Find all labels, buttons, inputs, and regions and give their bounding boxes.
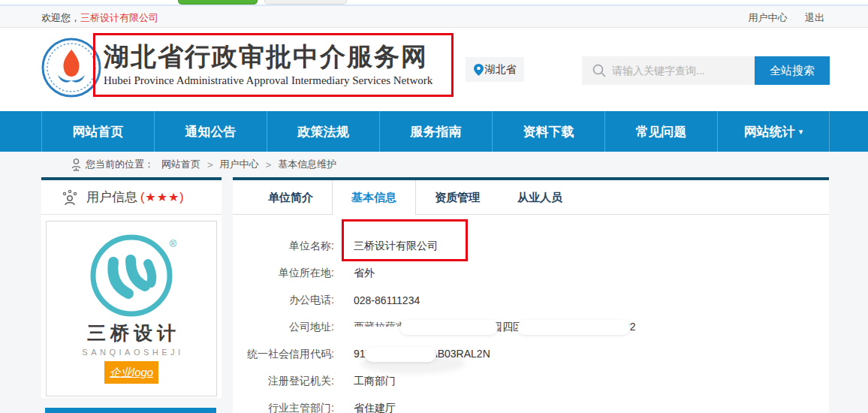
- search-input[interactable]: [612, 65, 743, 77]
- sidebar-title: 用户信息: [86, 188, 137, 206]
- company-logo-name: 三桥设计: [51, 321, 216, 345]
- top-utility-bar: 欢迎您，三桥设计有限公司 用户中心 退出: [0, 6, 868, 28]
- field-label: 单位所在地:: [233, 267, 334, 280]
- tab-bar: 单位简介 基本信息 资质管理 从业人员: [233, 180, 829, 215]
- nav-item-home[interactable]: 网站首页: [41, 111, 154, 152]
- field-value-credit-code-redacted: 915AB03RAL2N: [354, 347, 490, 362]
- field-label: 注册登记机关:: [233, 375, 334, 388]
- tab-qualification[interactable]: 资质管理: [416, 180, 499, 215]
- breadcrumb-separator: >: [207, 159, 213, 170]
- nav-item-faq[interactable]: 常见问题: [604, 111, 717, 152]
- search-box: [582, 56, 755, 85]
- redaction-smudge: [365, 347, 436, 362]
- redaction-smudge: [517, 320, 630, 335]
- sidebar-bottom-bar: [45, 408, 216, 413]
- field-label: 单位名称:: [233, 240, 334, 253]
- nav-item-site-stats[interactable]: 网站统计▾: [717, 111, 830, 152]
- person-pin-icon: [71, 158, 81, 171]
- form-row-address: 公司地址: 西藏拉萨市园四区02: [233, 314, 829, 341]
- site-header: 湖北省行政审批中介服务网 Hubei Province Administrati…: [0, 28, 868, 111]
- field-label: 办公电话:: [233, 294, 334, 307]
- tab-personnel[interactable]: 从业人员: [499, 180, 581, 215]
- nav-item-policies[interactable]: 政策法规: [267, 111, 379, 152]
- breadcrumb-current: 基本信息维护: [278, 158, 336, 171]
- search-icon: [592, 64, 606, 77]
- form-row-credit-code: 统一社会信用代码: 915AB03RAL2N: [233, 341, 829, 368]
- form-row-registration-authority: 注册登记机关: 工商部门: [233, 368, 829, 395]
- field-value-supervising-department: 省住建厅: [354, 402, 396, 413]
- site-title: 湖北省行政审批中介服务网: [104, 40, 432, 73]
- location-selector[interactable]: 湖北省: [466, 57, 524, 82]
- enterprise-logo-link[interactable]: 企业logo: [104, 361, 158, 384]
- nav-item-service-guide[interactable]: 服务指南: [379, 111, 492, 152]
- browser-gray-button[interactable]: [264, 0, 347, 5]
- field-label: 公司地址:: [233, 321, 334, 334]
- user-center-link[interactable]: 用户中心: [748, 12, 787, 23]
- company-logo-latin: SANQIAOSHEJI: [50, 348, 216, 357]
- site-title-block: 湖北省行政审批中介服务网 Hubei Province Administrati…: [104, 40, 432, 87]
- logout-link[interactable]: 退出: [805, 12, 824, 23]
- main-content-panel: 单位简介 基本信息 资质管理 从业人员 单位名称: 三桥设计有限公司 单位所在地…: [233, 177, 829, 413]
- browser-remnant-strip: [0, 0, 868, 6]
- field-value-address-redacted: 西藏拉萨市园四区02: [354, 320, 636, 335]
- company-logo-box: ® 三桥设计 SANQIAOSHEJI 企业logo: [46, 221, 217, 396]
- form-row-location: 单位所在地: 省外: [233, 260, 829, 287]
- form-row-phone: 办公电话: 028-86111234: [233, 287, 829, 314]
- basic-info-form: 单位名称: 三桥设计有限公司 单位所在地: 省外 办公电话: 028-86111…: [233, 215, 829, 413]
- redaction-smudge: [400, 320, 498, 335]
- field-value-unit-name: 三桥设计有限公司: [354, 240, 438, 253]
- company-logo-image: ®: [88, 232, 175, 319]
- credit-code-fragment: AB03RAL2N: [430, 348, 490, 360]
- nav-item-notices[interactable]: 通知公告: [154, 111, 267, 152]
- user-rating-icon: [61, 188, 79, 206]
- search-button[interactable]: 全站搜索: [755, 56, 830, 85]
- breadcrumb-home[interactable]: 网站首页: [161, 158, 200, 171]
- breadcrumb: 您当前的位置： 网站首页 > 用户中心 > 基本信息维护: [0, 152, 868, 177]
- location-label: 湖北省: [485, 63, 517, 77]
- field-value-phone: 028-86111234: [354, 294, 420, 306]
- site-logo-icon: [41, 38, 101, 98]
- sidebar-header: 用户信息 (★★★): [41, 180, 222, 215]
- field-value-registration-authority: 工商部门: [354, 375, 396, 388]
- location-pin-icon: [474, 64, 484, 76]
- star-rating: (★★★): [140, 190, 185, 204]
- welcome-prefix: 欢迎您，: [41, 12, 80, 23]
- browser-green-button[interactable]: [178, 0, 258, 5]
- user-info-sidebar: 用户信息 (★★★) ® 三桥设计 SANQIAOSHEJI 企业logo: [41, 177, 222, 398]
- form-row-supervising-department: 行业主管部门: 省住建厅: [233, 395, 829, 413]
- form-row-unit-name: 单位名称: 三桥设计有限公司: [233, 233, 829, 260]
- field-label: 行业主管部门:: [233, 402, 334, 413]
- registered-trademark: ®: [169, 238, 176, 249]
- site-subtitle: Hubei Province Administrative Approval I…: [104, 74, 432, 87]
- nav-item-downloads[interactable]: 资料下载: [492, 111, 604, 152]
- welcome-text: 欢迎您，三桥设计有限公司: [41, 11, 158, 25]
- breadcrumb-prefix: 您当前的位置：: [86, 158, 154, 171]
- topbar-links: 用户中心 退出: [733, 11, 824, 25]
- tab-unit-profile[interactable]: 单位简介: [249, 180, 332, 215]
- tab-basic-info[interactable]: 基本信息: [332, 180, 416, 215]
- field-label: 统一社会信用代码:: [233, 348, 334, 361]
- company-name-link[interactable]: 三桥设计有限公司: [80, 12, 158, 23]
- breadcrumb-user-center[interactable]: 用户中心: [220, 158, 259, 171]
- field-value-location: 省外: [354, 267, 375, 280]
- chevron-down-icon: ▾: [799, 127, 803, 137]
- breadcrumb-separator: >: [266, 159, 272, 170]
- address-fragment: 西藏拉萨市: [354, 320, 406, 327]
- main-navigation: 网站首页 通知公告 政策法规 服务指南 资料下载 常见问题 网站统计▾: [0, 111, 868, 152]
